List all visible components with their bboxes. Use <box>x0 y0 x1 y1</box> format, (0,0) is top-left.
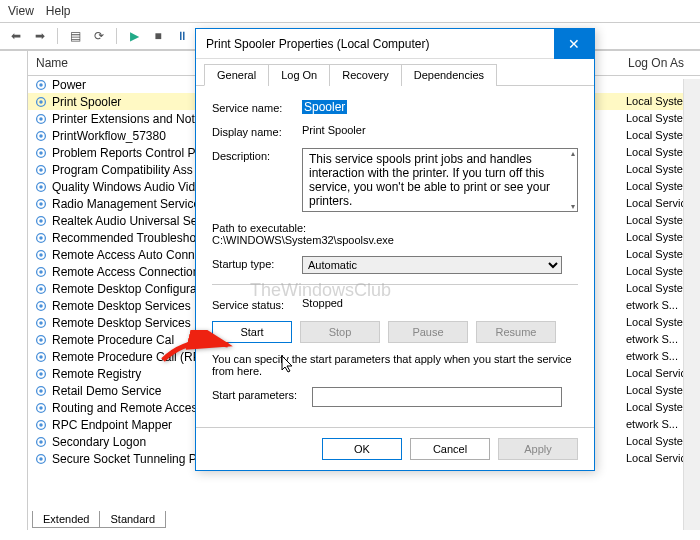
close-icon[interactable]: ✕ <box>554 29 594 59</box>
svg-point-15 <box>39 202 43 206</box>
note-text: You can specify the start parameters tha… <box>212 353 578 377</box>
column-header-logon[interactable]: Log On As <box>620 51 700 76</box>
toolbar-stop-btn-icon[interactable]: ■ <box>148 26 168 46</box>
label-service-name: Service name: <box>212 100 302 114</box>
svg-point-21 <box>39 253 43 257</box>
tab-extended[interactable]: Extended <box>32 511 100 528</box>
svg-point-45 <box>39 457 43 461</box>
startup-type-select[interactable]: Automatic <box>302 256 562 274</box>
toolbar-up-icon[interactable]: ▤ <box>65 26 85 46</box>
svg-point-25 <box>39 287 43 291</box>
svg-point-31 <box>39 338 43 342</box>
pause-button: Pause <box>388 321 468 343</box>
value-service-name: Spooler <box>302 100 347 114</box>
cancel-button[interactable]: Cancel <box>410 438 490 460</box>
dialog-titlebar[interactable]: Print Spooler Properties (Local Computer… <box>196 29 594 59</box>
cursor-icon <box>280 354 296 378</box>
dialog-title: Print Spooler Properties (Local Computer… <box>206 37 429 51</box>
label-startup-type: Startup type: <box>212 256 302 270</box>
svg-point-37 <box>39 389 43 393</box>
properties-dialog: Print Spooler Properties (Local Computer… <box>195 28 595 471</box>
svg-point-5 <box>39 117 43 121</box>
svg-point-41 <box>39 423 43 427</box>
svg-point-13 <box>39 185 43 189</box>
tree-pane <box>0 51 28 530</box>
label-path: Path to executable: <box>212 222 578 234</box>
menu-view[interactable]: View <box>8 4 34 18</box>
label-start-params: Start parameters: <box>212 387 312 401</box>
svg-point-35 <box>39 372 43 376</box>
svg-point-19 <box>39 236 43 240</box>
menubar: View Help <box>0 0 700 22</box>
toolbar-refresh-icon[interactable]: ⟳ <box>89 26 109 46</box>
description-box[interactable]: This service spools print jobs and handl… <box>302 148 578 212</box>
svg-point-43 <box>39 440 43 444</box>
svg-point-17 <box>39 219 43 223</box>
toolbar-pause-icon[interactable]: ⏸ <box>172 26 192 46</box>
annotation-arrow <box>158 330 238 373</box>
value-path: C:\WINDOWS\System32\spoolsv.exe <box>212 234 578 246</box>
tab-recovery[interactable]: Recovery <box>329 64 401 86</box>
label-status: Service status: <box>212 297 302 311</box>
svg-point-11 <box>39 168 43 172</box>
value-display-name: Print Spooler <box>302 124 578 136</box>
menu-help[interactable]: Help <box>46 4 71 18</box>
tab-dependencies[interactable]: Dependencies <box>401 64 497 86</box>
svg-point-7 <box>39 134 43 138</box>
toolbar-back-icon[interactable]: ⬅ <box>6 26 26 46</box>
svg-point-9 <box>39 151 43 155</box>
svg-point-1 <box>39 83 43 87</box>
tab-logon[interactable]: Log On <box>268 64 330 86</box>
resume-button: Resume <box>476 321 556 343</box>
toolbar-forward-icon[interactable]: ➡ <box>30 26 50 46</box>
tab-standard[interactable]: Standard <box>100 511 166 528</box>
svg-point-27 <box>39 304 43 308</box>
apply-button: Apply <box>498 438 578 460</box>
tab-general[interactable]: General <box>204 64 269 86</box>
ok-button[interactable]: OK <box>322 438 402 460</box>
svg-point-39 <box>39 406 43 410</box>
svg-point-3 <box>39 100 43 104</box>
svg-point-23 <box>39 270 43 274</box>
svg-point-33 <box>39 355 43 359</box>
vertical-scrollbar[interactable] <box>683 79 700 530</box>
label-description: Description: <box>212 148 302 162</box>
value-status: Stopped <box>302 297 578 309</box>
toolbar-play-icon[interactable]: ▶ <box>124 26 144 46</box>
svg-point-29 <box>39 321 43 325</box>
label-display-name: Display name: <box>212 124 302 138</box>
stop-button: Stop <box>300 321 380 343</box>
start-params-input[interactable] <box>312 387 562 407</box>
